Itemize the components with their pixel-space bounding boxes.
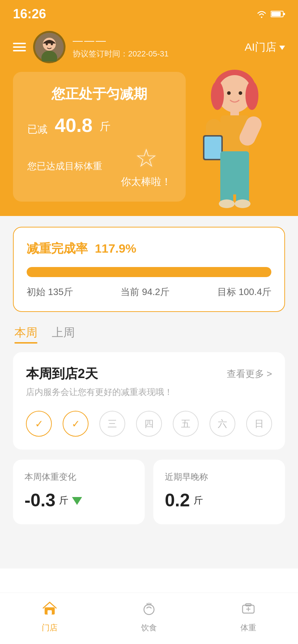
star-icon: ☆ — [135, 143, 158, 173]
chevron-down-icon — [279, 46, 285, 50]
arrow-down-icon — [72, 497, 82, 505]
day-circle-mon: ✓ — [26, 411, 52, 437]
svg-point-12 — [227, 91, 231, 95]
stat-card-weight-change: 本周体重变化 -0.3 斤 — [13, 460, 145, 524]
svg-rect-1 — [284, 13, 285, 15]
achieve-text: 您已达成目标体重 — [27, 160, 102, 172]
nav-item-diet[interactable]: 饮食 — [141, 600, 157, 633]
hero-title: 您正处于匀减期 — [27, 85, 171, 103]
svg-point-6 — [46, 43, 48, 45]
stat-label-weight: 本周体重变化 — [24, 471, 133, 483]
svg-point-13 — [239, 91, 242, 95]
user-info: ——— 协议签订时间：2022-05-31 — [73, 35, 169, 59]
character-svg — [188, 69, 281, 209]
day-circle-sat: 六 — [209, 411, 235, 437]
stat-value-row-weight: -0.3 斤 — [24, 490, 133, 511]
progress-percentage: 117.9% — [95, 242, 136, 255]
svg-point-10 — [211, 81, 224, 110]
status-icons — [256, 10, 285, 18]
visit-header: 本周到店2天 查看更多 > — [26, 365, 272, 383]
visit-more[interactable]: 查看更多 > — [227, 368, 272, 380]
week-tabs: 本周 上周 — [13, 325, 285, 344]
store-label: AI门店 — [245, 40, 276, 55]
store-nav-label: 门店 — [42, 622, 58, 633]
weight-value: 40.8 — [55, 114, 92, 136]
nav-item-store[interactable]: 门店 — [42, 600, 58, 633]
svg-point-23 — [219, 199, 235, 208]
progress-bar-fill — [27, 267, 271, 277]
tab-last-week[interactable]: 上周 — [52, 325, 75, 344]
day-circle-thu: 四 — [136, 411, 162, 437]
bottom-nav: 门店 饮食 体重 — [0, 593, 298, 644]
header-left: ——— 协议签订时间：2022-05-31 — [13, 31, 169, 63]
stat-target: 目标 100.4斤 — [217, 286, 271, 298]
nav-item-weight[interactable]: 体重 — [240, 600, 256, 633]
progress-card: 减重完成率 117.9% 初始 135斤 当前 94.2斤 目标 100.4斤 — [13, 227, 285, 312]
stat-value-row-weigh: 0.2 斤 — [165, 490, 274, 511]
hero-section: 您正处于匀减期 已减 40.8 斤 您已达成目标体重 ☆ 你太棒啦！ — [0, 72, 298, 216]
store-nav-icon — [42, 600, 58, 620]
progress-title: 减重完成率 117.9% — [27, 240, 271, 257]
wifi-icon — [256, 10, 267, 18]
svg-point-11 — [245, 81, 258, 110]
visit-card: 本周到店2天 查看更多 > 店内服务会让您有更好的减重表现哦！ ✓ ✓ 三 四 … — [13, 352, 285, 450]
day-circles: ✓ ✓ 三 四 五 六 日 — [26, 411, 272, 437]
tab-this-week[interactable]: 本周 — [14, 325, 37, 344]
stat-value-weigh: 0.2 — [165, 490, 190, 511]
main-white-area: 减重完成率 117.9% 初始 135斤 当前 94.2斤 目标 100.4斤 … — [0, 216, 298, 545]
hero-bottom: 您已达成目标体重 ☆ 你太棒啦！ — [27, 143, 171, 189]
stat-current: 当前 94.2斤 — [121, 286, 170, 298]
stat-unit-weigh: 斤 — [194, 494, 203, 507]
store-selector[interactable]: AI门店 — [245, 40, 285, 55]
svg-point-24 — [235, 199, 250, 208]
svg-rect-26 — [48, 610, 52, 615]
weight-nav-label: 体重 — [240, 622, 256, 633]
stat-initial: 初始 135斤 — [27, 286, 73, 298]
visit-title: 本周到店2天 — [26, 365, 98, 383]
stat-card-weigh: 近期早晚称 0.2 斤 — [153, 460, 285, 524]
hero-figure — [184, 65, 285, 209]
svg-point-7 — [51, 43, 53, 45]
contract-date: 协议签订时间：2022-05-31 — [73, 49, 169, 59]
hamburger-menu[interactable] — [13, 43, 26, 51]
stat-label-weigh: 近期早晚称 — [165, 471, 274, 483]
hero-content: 您正处于匀减期 已减 40.8 斤 您已达成目标体重 ☆ 你太棒啦！ — [13, 72, 285, 202]
weight-unit: 斤 — [100, 119, 110, 134]
stat-unit-weight: 斤 — [59, 494, 68, 507]
progress-bar-bg — [27, 267, 271, 277]
praise-text: 你太棒啦！ — [121, 175, 171, 189]
day-circle-fri: 五 — [173, 411, 199, 437]
hero-card: 您正处于匀减期 已减 40.8 斤 您已达成目标体重 ☆ 你太棒啦！ — [13, 72, 186, 202]
diet-nav-label: 饮食 — [141, 622, 157, 633]
svg-rect-18 — [204, 137, 221, 159]
battery-icon — [271, 10, 285, 18]
status-time: 16:26 — [13, 6, 46, 22]
day-circle-sun: 日 — [246, 411, 272, 437]
hero-weight-row: 已减 40.8 斤 — [27, 114, 171, 136]
user-name: ——— — [73, 35, 169, 46]
weight-label: 已减 — [27, 123, 48, 136]
weight-nav-icon — [240, 600, 256, 620]
svg-rect-2 — [271, 12, 281, 16]
svg-point-27 — [144, 604, 154, 615]
avatar[interactable] — [33, 31, 66, 63]
day-circle-wed: 三 — [99, 411, 125, 437]
progress-stats: 初始 135斤 当前 94.2斤 目标 100.4斤 — [27, 286, 271, 298]
diet-nav-icon — [141, 600, 157, 620]
stats-row: 本周体重变化 -0.3 斤 近期早晚称 0.2 斤 — [13, 460, 285, 524]
day-circle-tue: ✓ — [63, 411, 89, 437]
status-bar: 16:26 — [0, 0, 298, 25]
visit-subtitle: 店内服务会让您有更好的减重表现哦！ — [26, 386, 272, 398]
stat-value-weight: -0.3 — [24, 490, 55, 511]
